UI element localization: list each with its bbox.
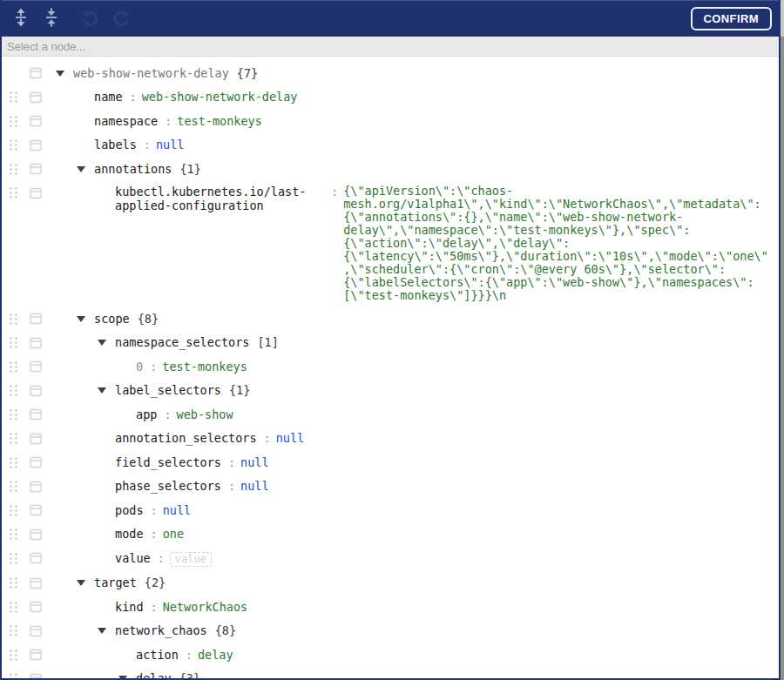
value-annotation_selectors[interactable]: null: [276, 430, 305, 446]
context-menu-button[interactable]: [30, 408, 42, 421]
field-value[interactable]: value: [115, 550, 151, 566]
drag-handle-icon[interactable]: [9, 601, 18, 614]
collapse-toggle[interactable]: [94, 334, 115, 346]
drag-handle-icon[interactable]: [9, 163, 18, 176]
context-menu-button[interactable]: [30, 337, 42, 349]
value-mode[interactable]: one: [163, 526, 184, 542]
context-menu-button[interactable]: [30, 67, 42, 79]
context-menu-button[interactable]: [30, 552, 42, 564]
field-action[interactable]: action: [136, 647, 179, 663]
row-gutter: [2, 334, 52, 349]
collapse-toggle[interactable]: [52, 65, 73, 77]
field-label_selectors[interactable]: label_selectors: [115, 382, 221, 398]
value-kind[interactable]: NetworkChaos: [163, 599, 248, 615]
context-menu-button[interactable]: [30, 115, 42, 127]
context-menu-button[interactable]: [30, 187, 42, 199]
value-action[interactable]: delay: [198, 647, 233, 663]
context-menu-button[interactable]: [30, 577, 42, 589]
drag-handle-icon[interactable]: [9, 480, 18, 493]
context-menu-button[interactable]: [30, 163, 42, 175]
tree-row: network_chaos{8}: [2, 619, 779, 643]
collapse-toggle[interactable]: [73, 311, 94, 322]
drag-handle-icon[interactable]: [9, 336, 18, 349]
collapse-toggle[interactable]: [94, 623, 115, 634]
value-name[interactable]: web-show-network-delay: [142, 89, 298, 104]
tree-row: label_selectors{1}: [2, 379, 779, 403]
drag-handle-icon[interactable]: [9, 624, 18, 637]
context-menu-button[interactable]: [30, 385, 42, 397]
collapse-toggle[interactable]: [73, 575, 94, 586]
tree-row: pods:null: [2, 498, 779, 522]
value-kubectl.kubernetes.io/last-applied-configuration[interactable]: {\"apiVersion\":\"chaos-mesh.org/v1alpha…: [343, 185, 774, 302]
field-annotation_selectors[interactable]: annotation_selectors: [115, 430, 257, 446]
drag-handle-icon[interactable]: [9, 649, 18, 662]
drag-handle-icon[interactable]: [9, 504, 18, 517]
undo-button[interactable]: [78, 6, 103, 30]
value-phase_selectors[interactable]: null: [240, 478, 269, 494]
drag-handle-icon[interactable]: [9, 528, 18, 541]
context-menu-button[interactable]: [30, 601, 42, 613]
field-network_chaos[interactable]: network_chaos: [115, 623, 207, 638]
context-menu-button[interactable]: [30, 529, 42, 541]
drag-handle-icon[interactable]: [9, 672, 18, 678]
field-kind[interactable]: kind: [115, 599, 144, 615]
value-app[interactable]: web-show: [177, 407, 233, 422]
drag-handle-icon[interactable]: [9, 432, 18, 445]
value-field_selectors[interactable]: null: [240, 454, 269, 470]
context-menu-button[interactable]: [30, 91, 42, 104]
collapse-toggle[interactable]: [115, 670, 136, 678]
context-menu-button[interactable]: [30, 673, 42, 678]
scrollbar[interactable]: [781, 0, 784, 680]
tree-row: field_selectors:null: [2, 450, 779, 475]
context-menu-button[interactable]: [30, 313, 42, 325]
context-menu-button[interactable]: [30, 360, 42, 373]
redo-button[interactable]: [109, 6, 133, 30]
field-labels[interactable]: labels: [94, 137, 137, 152]
field-pods[interactable]: pods: [115, 502, 144, 518]
field-field_selectors[interactable]: field_selectors: [115, 454, 221, 470]
context-menu-button[interactable]: [30, 625, 42, 637]
field-app[interactable]: app: [136, 407, 157, 422]
field-namespace[interactable]: namespace: [94, 113, 158, 129]
drag-handle-icon[interactable]: [9, 576, 18, 589]
context-menu-button[interactable]: [30, 649, 42, 661]
drag-handle-icon[interactable]: [9, 384, 18, 397]
field-namespace_selectors[interactable]: namespace_selectors: [115, 334, 249, 350]
value-labels[interactable]: null: [156, 137, 185, 152]
field-phase_selectors[interactable]: phase_selectors: [115, 478, 221, 494]
drag-handle-icon[interactable]: [9, 313, 18, 326]
tree-row: action:delay: [2, 643, 779, 667]
drag-handle-icon[interactable]: [9, 456, 18, 469]
drag-handle-icon[interactable]: [9, 408, 18, 421]
drag-handle-icon[interactable]: [9, 91, 18, 104]
drag-handle-icon[interactable]: [9, 186, 18, 199]
field-target[interactable]: target: [94, 575, 137, 590]
context-menu-button[interactable]: [30, 504, 42, 516]
context-menu-button[interactable]: [30, 456, 42, 468]
field-kubectl.kubernetes.io/last-applied-configuration[interactable]: kubectl.kubernetes.io/last-applied-confi…: [115, 185, 324, 212]
collapse-all-button[interactable]: [39, 6, 64, 30]
drag-handle-icon[interactable]: [9, 360, 18, 374]
drag-handle-icon[interactable]: [9, 552, 18, 565]
context-menu-button[interactable]: [30, 433, 42, 445]
expand-all-button[interactable]: [9, 6, 33, 30]
context-menu-button[interactable]: [30, 481, 42, 493]
context-menu-button[interactable]: [30, 139, 42, 151]
field-mode[interactable]: mode: [115, 526, 144, 542]
field-delay[interactable]: delay: [136, 670, 172, 678]
value-pods[interactable]: null: [163, 502, 192, 518]
drag-handle-icon[interactable]: [9, 138, 18, 151]
drag-handle-icon[interactable]: [9, 115, 18, 128]
field-name[interactable]: name: [94, 89, 123, 104]
collapse-toggle[interactable]: [94, 382, 115, 394]
collapse-toggle[interactable]: [73, 161, 94, 172]
confirm-button[interactable]: CONFIRM: [691, 7, 772, 30]
field-value-separator: :: [324, 185, 343, 199]
row-gutter: [2, 647, 52, 662]
value-namespace[interactable]: test-monkeys: [177, 113, 262, 129]
empty-value-placeholder[interactable]: value: [170, 552, 212, 567]
field-annotations[interactable]: annotations: [94, 161, 172, 177]
value-0[interactable]: test-monkeys: [162, 359, 247, 374]
field-scope[interactable]: scope: [94, 311, 130, 327]
tree-row: annotation_selectors:null: [2, 427, 779, 451]
